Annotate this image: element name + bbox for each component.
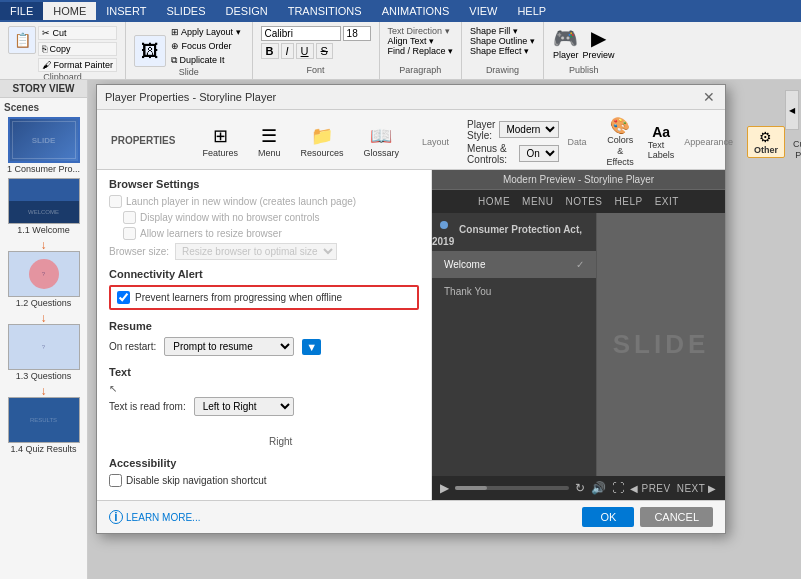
- slide-1-2-label: 1.2 Questions: [4, 298, 83, 308]
- menus-controls-select[interactable]: On Off: [519, 145, 559, 162]
- read-from-row: Text is read from: Left to Right Right t…: [109, 397, 419, 416]
- tab-file[interactable]: FILE: [0, 2, 43, 20]
- prevent-offline-checkbox[interactable]: [117, 291, 130, 304]
- font-size-input[interactable]: [343, 26, 371, 41]
- allow-resize-checkbox[interactable]: [123, 227, 136, 240]
- browser-size-select[interactable]: Resize browser to optimal size: [175, 243, 337, 260]
- italic-button[interactable]: I: [281, 43, 294, 59]
- menu-item-welcome[interactable]: Welcome ✓: [432, 251, 596, 278]
- menu-tab[interactable]: ☰ Menu: [249, 122, 290, 161]
- align-text-button[interactable]: Align Text ▾: [388, 36, 454, 46]
- restart-dropdown-button[interactable]: ▼: [302, 339, 321, 355]
- story-view-header: STORY VIEW: [0, 80, 87, 98]
- prev-control[interactable]: ◀ PREV: [630, 483, 671, 494]
- paragraph-label: Paragraph: [399, 65, 441, 75]
- modal-titlebar: Player Properties - Storyline Player ✕: [97, 85, 725, 110]
- bold-button[interactable]: B: [261, 43, 279, 59]
- ok-button[interactable]: OK: [582, 507, 634, 527]
- prev-nav-notes[interactable]: NOTES: [566, 196, 603, 207]
- tab-slides[interactable]: SLIDES: [156, 2, 215, 20]
- text-labels-section[interactable]: Aa Text Labels: [642, 122, 681, 162]
- copy-button[interactable]: ⎘ Copy: [38, 42, 117, 56]
- prev-nav-menu[interactable]: MENU: [522, 196, 553, 207]
- glossary-tab[interactable]: 📖 Glossary: [355, 122, 409, 161]
- sidebar: STORY VIEW Scenes SLIDE 1 Consumer Pro..…: [0, 80, 88, 579]
- preview-slide-area: SLIDE: [597, 213, 725, 476]
- main-content: STORY VIEW Scenes SLIDE 1 Consumer Pro..…: [0, 80, 801, 579]
- duplicate-button[interactable]: ⧉ Duplicate It: [168, 54, 244, 67]
- launch-new-window-checkbox[interactable]: [109, 195, 122, 208]
- font-label: Font: [307, 65, 325, 75]
- shape-fill-button[interactable]: Shape Fill ▾: [470, 26, 535, 36]
- underline-button[interactable]: U: [296, 43, 314, 59]
- restart-select[interactable]: Prompt to resume Always resume Never res…: [164, 337, 294, 356]
- modal-title: Player Properties - Storyline Player: [105, 91, 276, 103]
- sidebar-slide-1[interactable]: SLIDE 1 Consumer Pro...: [4, 117, 83, 174]
- tab-design[interactable]: DESIGN: [216, 2, 278, 20]
- tab-animations[interactable]: ANIMATIONS: [372, 2, 460, 20]
- resources-tab[interactable]: 📁 Resources: [292, 122, 353, 161]
- format-painter-button[interactable]: 🖌 Format Painter: [38, 58, 117, 72]
- tab-view[interactable]: VIEW: [459, 2, 507, 20]
- sidebar-slide-1-1[interactable]: WELCOME 1.1 Welcome: [4, 178, 83, 235]
- menus-controls-label: Menus & Controls:: [467, 143, 515, 165]
- next-control[interactable]: NEXT ▶: [677, 483, 717, 494]
- learn-more-link[interactable]: i LEARN MORE...: [109, 510, 200, 524]
- volume-button[interactable]: 🔊: [591, 481, 606, 495]
- text-labels-label: Text Labels: [648, 140, 675, 160]
- prev-nav-help[interactable]: HELP: [615, 196, 643, 207]
- modal-close-button[interactable]: ✕: [701, 90, 717, 104]
- progress-bar-container[interactable]: [455, 486, 569, 490]
- text-title: Text: [109, 366, 419, 378]
- display-no-controls-checkbox[interactable]: [123, 211, 136, 224]
- allow-resize-label: Allow learners to resize browser: [140, 228, 282, 239]
- disable-skip-checkbox[interactable]: [109, 474, 122, 487]
- colors-effects-section[interactable]: 🎨 Colors &Effects: [600, 114, 639, 169]
- new-slide-button[interactable]: 🖼: [134, 35, 166, 67]
- current-player-section[interactable]: 👤 CurrentPlayer: [787, 121, 801, 163]
- other-section[interactable]: ⚙ Other: [747, 126, 785, 158]
- read-from-select[interactable]: Left to Right Right to Left: [194, 397, 294, 416]
- shape-effect-button[interactable]: Shape Effect ▾: [470, 46, 535, 56]
- sidebar-slide-1-4[interactable]: RESULTS 1.4 Quiz Results: [4, 397, 83, 454]
- menu-item-thankyou[interactable]: Thank You: [432, 278, 596, 305]
- shape-outline-button[interactable]: Shape Outline ▾: [470, 36, 535, 46]
- launch-new-window-row: Launch player in new window (creates lau…: [109, 195, 419, 208]
- slide-label: Slide: [179, 67, 199, 77]
- focus-order-button[interactable]: ⊕ Focus Order: [168, 40, 244, 52]
- player-style-select[interactable]: Modern Classic: [499, 121, 559, 138]
- preview-body: Consumer Protection Act, 2019 Welcome ✓ …: [432, 213, 725, 476]
- cycle-button[interactable]: ↻: [575, 481, 585, 495]
- player-button[interactable]: 🎮 Player: [553, 26, 579, 60]
- tab-home[interactable]: HOME: [43, 2, 96, 20]
- layout-label: Layout: [420, 135, 451, 149]
- ribbon-group-clipboard: 📋 ✂ Cut ⎘ Copy 🖌 Format Painter Clipboar…: [0, 22, 126, 79]
- other-label: Other: [754, 145, 778, 155]
- prev-nav-exit[interactable]: EXIT: [655, 196, 679, 207]
- browser-settings-section: Browser Settings Launch player in new wi…: [109, 178, 419, 260]
- glossary-tab-label: Glossary: [364, 148, 400, 158]
- progress-fill: [455, 486, 487, 490]
- current-player-label: CurrentPlayer: [793, 139, 801, 161]
- find-replace-button[interactable]: Find / Replace ▾: [388, 46, 454, 56]
- paste-button[interactable]: 📋: [8, 26, 36, 54]
- display-no-controls-row: Display window with no browser controls: [109, 211, 419, 224]
- tab-transitions[interactable]: TRANSITIONS: [278, 2, 372, 20]
- preview-title-bar: Modern Preview - Storyline Player: [432, 170, 725, 190]
- features-tab[interactable]: ⊞ Features: [193, 122, 247, 161]
- tab-help[interactable]: HELP: [507, 2, 556, 20]
- slide-1-4-label: 1.4 Quiz Results: [4, 444, 83, 454]
- arrow-2: ↓: [4, 312, 83, 324]
- cut-button[interactable]: ✂ Cut: [38, 26, 117, 40]
- preview-button[interactable]: ▶ Preview: [582, 26, 614, 60]
- play-button[interactable]: ▶: [440, 481, 449, 495]
- strikethrough-button[interactable]: S: [316, 43, 333, 59]
- sidebar-slide-1-3[interactable]: ? 1.3 Questions: [4, 324, 83, 381]
- expand-button[interactable]: ⛶: [612, 481, 624, 495]
- font-family-input[interactable]: [261, 26, 341, 41]
- cancel-button[interactable]: CANCEL: [640, 507, 713, 527]
- sidebar-slide-1-2[interactable]: ? 1.2 Questions: [4, 251, 83, 308]
- tab-insert[interactable]: INSERT: [96, 2, 156, 20]
- prev-nav-home[interactable]: HOME: [478, 196, 510, 207]
- apply-layout-button[interactable]: ⊞ Apply Layout ▾: [168, 26, 244, 38]
